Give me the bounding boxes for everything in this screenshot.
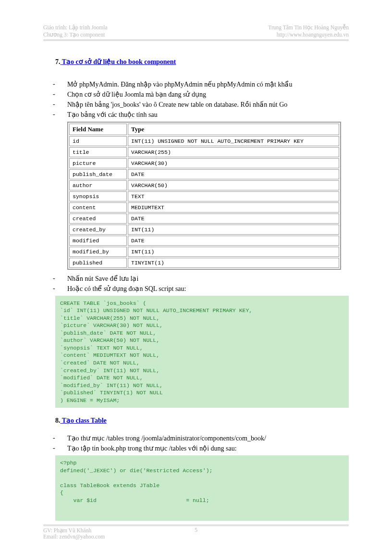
td-type: VARCHAR(50) — [128, 180, 339, 190]
td-field-name: author — [69, 180, 127, 190]
bullet-item: -Hoặc có thể sử dụng đoạn SQL script sau… — [53, 285, 349, 293]
td-type: TEXT — [128, 191, 339, 201]
section-7-bullets-before: -Mở phpMyAdmin. Đăng nhập vào phpMyAdmin… — [53, 80, 349, 119]
db-fields-table: Field Name Type idINT(11) UNSIGNED NOT N… — [67, 122, 341, 270]
bullet-text: Chọn cơ sở dữ liệu Joomla mà bạn đang sử… — [67, 90, 206, 99]
td-type: DATE — [128, 236, 339, 246]
section-7-number: 7. — [55, 58, 61, 66]
bullet-item: -Tạo bảng với các thuộc tính sau — [53, 111, 349, 119]
table-row: titleVARCHAR(255) — [69, 147, 339, 157]
db-fields-table-container: Field Name Type idINT(11) UNSIGNED NOT N… — [67, 122, 349, 270]
footer-email: Email: zendvn@yahoo.com — [43, 534, 349, 540]
td-field-name: title — [69, 147, 127, 157]
td-field-name: publish_date — [69, 169, 127, 179]
course-title: Giáo trình: Lập trình Joomla — [43, 24, 107, 31]
bullet-item: -Nhấn nút Save để lưu lại — [53, 275, 349, 283]
td-type: VARCHAR(255) — [128, 147, 339, 157]
bullet-item: -Tạo thư mục /tables trong /joomla/admin… — [53, 434, 349, 442]
table-row: modified_byINT(11) — [69, 247, 339, 257]
table-row: authorVARCHAR(50) — [69, 180, 339, 190]
bullet-text: Mở phpMyAdmin. Đăng nhập vào phpMyAdmin … — [67, 80, 293, 88]
bullet-text: Nhấn nút Save để lưu lại — [67, 275, 138, 283]
td-type: TINYINT(1) — [128, 258, 339, 268]
section-8-heading: 8. Tạo class Table — [55, 416, 349, 425]
table-row: createdDATE — [69, 213, 339, 224]
table-row: publishedTINYINT(1) — [69, 258, 339, 268]
bullet-item: -Chọn cơ sở dữ liệu Joomla mà bạn đang s… — [53, 90, 349, 99]
bullet-text: Tạo tập tin book.php trong thư mục /tabl… — [67, 444, 237, 452]
header-left: Giáo trình: Lập trình Joomla Chương 3: T… — [43, 24, 107, 38]
table-row: publish_dateDATE — [69, 169, 339, 179]
bullet-text: Nhập tên bảng 'jos_books' vào ô Create n… — [67, 100, 287, 109]
section-7-heading: 7. Tạo cơ sở dữ liệu cho book component — [55, 58, 349, 66]
table-row: idINT(11) UNSIGNED NOT NULL AUTO_INCREME… — [69, 136, 339, 146]
td-field-name: modified_by — [69, 247, 127, 257]
bullet-text: Tạo bảng với các thuộc tính sau — [67, 111, 158, 119]
section-7-bullets-after: -Nhấn nút Save để lưu lại -Hoặc có thể s… — [53, 275, 349, 293]
bullet-text: Hoặc có thể sử dụng đoạn SQL script sau: — [67, 285, 186, 293]
section-8-bullets: -Tạo thư mục /tables trong /joomla/admin… — [53, 434, 349, 452]
bullet-item: -Nhập tên bảng 'jos_books' vào ô Create … — [53, 100, 349, 109]
header-right: Trung Tâm Tin Học Hoàng Nguyễn http://ww… — [268, 24, 349, 38]
table-header-row: Field Name Type — [69, 124, 339, 135]
bullet-item: -Mở phpMyAdmin. Đăng nhập vào phpMyAdmin… — [53, 80, 349, 88]
td-type: VARCHAR(30) — [128, 158, 339, 168]
th-field-name: Field Name — [69, 124, 127, 135]
section-8-title: Tạo class Table — [62, 417, 107, 424]
php-code-block: <?php defined('_JEXEC') or die('Restrict… — [55, 455, 349, 521]
page-footer: 5 GV: Phạm Vũ Khánh Email: zendvn@yahoo.… — [43, 525, 349, 540]
org-name: Trung Tâm Tin Học Hoàng Nguyễn — [268, 24, 349, 31]
td-field-name: synopsis — [69, 191, 127, 201]
td-type: MEDIUMTEXT — [128, 202, 339, 213]
table-row: created_byINT(11) — [69, 225, 339, 235]
td-field-name: content — [69, 202, 127, 213]
table-row: synopsisTEXT — [69, 191, 339, 201]
chapter-title: Chương 3: Tạo component — [43, 31, 107, 38]
table-row: contentMEDIUMTEXT — [69, 202, 339, 213]
org-url: http://www.hoangnguyen.edu.vn — [268, 31, 349, 38]
td-field-name: modified — [69, 236, 127, 246]
td-field-name: id — [69, 136, 127, 146]
sql-code-block: CREATE TABLE `jos_books` ( `id` INT(11) … — [55, 296, 349, 408]
td-field-name: created — [69, 213, 127, 224]
td-field-name: created_by — [69, 225, 127, 235]
page-header: Giáo trình: Lập trình Joomla Chương 3: T… — [43, 24, 349, 41]
td-type: INT(11) — [128, 247, 339, 257]
td-type: INT(11) — [128, 225, 339, 235]
td-field-name: published — [69, 258, 127, 268]
td-type: DATE — [128, 213, 339, 224]
section-7-title: Tạo cơ sở dữ liệu cho book component — [62, 58, 176, 65]
bullet-text: Tạo thư mục /tables trong /joomla/admini… — [67, 434, 266, 442]
td-type: INT(11) UNSIGNED NOT NULL AUTO_INCREMENT… — [128, 136, 339, 146]
section-8-number: 8. — [55, 417, 61, 425]
td-type: DATE — [128, 169, 339, 179]
td-field-name: picture — [69, 158, 127, 168]
table-row: modifiedDATE — [69, 236, 339, 246]
page-number: 5 — [195, 527, 197, 533]
th-type: Type — [128, 124, 339, 135]
table-row: pictureVARCHAR(30) — [69, 158, 339, 168]
bullet-item: -Tạo tập tin book.php trong thư mục /tab… — [53, 444, 349, 452]
